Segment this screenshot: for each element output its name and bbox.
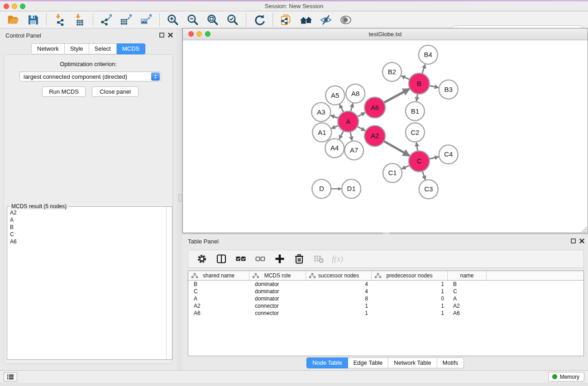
mcds-result-item[interactable]: B (8, 224, 166, 231)
clone-network-icon[interactable] (278, 13, 294, 27)
export-image-icon[interactable] (139, 13, 154, 27)
node-C2[interactable]: C2 (406, 123, 425, 142)
column-header-shared-name[interactable]: shared name (188, 271, 249, 280)
node-A3[interactable]: A3 (311, 103, 330, 122)
node-D1[interactable]: D1 (342, 179, 361, 198)
export-network-icon[interactable] (99, 13, 114, 27)
task-history-button[interactable] (4, 372, 17, 381)
table-row[interactable]: Cdominator41C (188, 288, 583, 295)
edge-B-B3[interactable] (429, 86, 438, 87)
node-A1[interactable]: A1 (312, 123, 331, 142)
edge-A-A4[interactable] (339, 131, 343, 139)
splitter-grabber-vertical[interactable] (178, 194, 182, 202)
tab-network-table[interactable]: Network Table (388, 357, 437, 368)
column-header-name[interactable]: name (448, 271, 487, 280)
node-B1[interactable]: B1 (406, 102, 425, 121)
column-header-successor-nodes[interactable]: successor nodes (306, 271, 372, 280)
node-B4[interactable]: B4 (419, 45, 438, 64)
float-table-panel-icon[interactable] (571, 238, 576, 243)
open-session-icon[interactable] (5, 13, 21, 27)
add-row-icon[interactable] (273, 253, 286, 265)
node-B[interactable]: B (409, 73, 430, 94)
manage-columns-icon[interactable] (215, 253, 228, 265)
tab-style[interactable]: Style (65, 43, 89, 54)
node-D[interactable]: D (312, 179, 331, 198)
edge-A-A8[interactable] (351, 103, 353, 111)
node-B3[interactable]: B3 (439, 80, 458, 99)
zoom-out-icon[interactable] (185, 13, 201, 27)
run-mcds-button[interactable]: Run MCDS (42, 86, 86, 97)
table-row[interactable]: A6connector11A6 (188, 310, 583, 317)
node-A7[interactable]: A7 (344, 141, 363, 160)
node-table[interactable]: shared nameMCDS rolesuccessor nodesprede… (188, 271, 584, 356)
close-panel-button[interactable]: Close panel (92, 86, 139, 97)
mcds-result-item[interactable]: A (8, 216, 166, 224)
select-all-icon[interactable] (234, 253, 247, 265)
close-table-panel-icon[interactable] (579, 238, 584, 243)
edge-A-A2[interactable] (357, 127, 365, 131)
show-panel-icon[interactable] (338, 13, 354, 27)
edge-C-C4[interactable] (429, 157, 439, 159)
zoom-fit-icon[interactable] (205, 13, 220, 27)
node-A6[interactable]: A6 (364, 97, 385, 118)
float-panel-icon[interactable] (159, 33, 164, 38)
export-table-icon[interactable] (119, 13, 134, 27)
tab-node-table[interactable]: Node Table (306, 357, 348, 368)
node-A[interactable]: A (338, 111, 359, 132)
edge-A-A5[interactable] (339, 105, 344, 112)
node-A8[interactable]: A8 (346, 84, 365, 103)
tab-edge-table[interactable]: Edge Table (348, 357, 388, 368)
mcds-result-item[interactable]: C (8, 231, 166, 238)
node-C[interactable]: C (409, 151, 430, 172)
import-table-icon[interactable] (72, 13, 87, 27)
network-window-titlebar[interactable]: testGlobe.txt (183, 29, 588, 40)
deselect-all-icon[interactable] (254, 253, 267, 265)
edge-C-C2[interactable] (416, 143, 418, 151)
save-session-icon[interactable] (25, 13, 41, 27)
table-row[interactable]: Adominator80A (188, 295, 583, 302)
edge-A-A1[interactable] (331, 125, 339, 129)
refresh-icon[interactable] (252, 13, 267, 27)
edge-B-B2[interactable] (402, 76, 410, 80)
hide-panel-icon[interactable] (318, 13, 334, 27)
network-canvas[interactable]: AA1A2A3A4A5A6A7A8BB1B2B3B4CC1C2C3C4DD1 (183, 40, 587, 232)
node-A5[interactable]: A5 (325, 86, 344, 105)
edge-B-B1[interactable] (416, 94, 417, 101)
delete-rows-icon[interactable] (293, 253, 306, 265)
table-settings-icon[interactable] (196, 253, 208, 265)
table-row[interactable]: A2connector11A2 (188, 302, 583, 310)
node-A4[interactable]: A4 (325, 138, 344, 157)
edge-A2-C[interactable] (384, 141, 410, 156)
mcds-result-list[interactable]: A2ABCA6 (8, 209, 166, 359)
home-icon[interactable] (298, 13, 314, 27)
edge-A-A6[interactable] (358, 113, 365, 117)
zoom-in-icon[interactable] (165, 13, 181, 27)
table-row[interactable]: Bdominator41B (188, 281, 583, 288)
tab-select[interactable]: Select (89, 43, 117, 54)
window-resize-grip[interactable] (582, 227, 587, 232)
mcds-result-item[interactable]: A6 (8, 238, 166, 245)
column-header-mcds-role[interactable]: MCDS role (249, 271, 306, 280)
result-scrollbar[interactable] (166, 207, 172, 359)
tab-mcds[interactable]: MCDS (117, 43, 145, 54)
node-C3[interactable]: C3 (419, 180, 438, 199)
node-A2[interactable]: A2 (364, 126, 385, 147)
edge-A-A7[interactable] (350, 132, 352, 140)
zoom-selected-icon[interactable] (225, 13, 240, 27)
node-B2[interactable]: B2 (382, 62, 402, 81)
memory-button[interactable]: Memory (548, 372, 584, 381)
column-header-predecessor-nodes[interactable]: predecessor nodes (372, 271, 448, 280)
edge-C-C1[interactable] (402, 166, 410, 169)
edge-C-C3[interactable] (422, 171, 425, 180)
edge-B-B4[interactable] (422, 64, 425, 73)
edge-A-A3[interactable] (330, 115, 338, 118)
node-C1[interactable]: C1 (383, 163, 402, 182)
tab-network[interactable]: Network (31, 43, 65, 54)
close-panel-icon[interactable] (168, 33, 173, 38)
edge-A6-B[interactable] (384, 89, 409, 102)
import-network-icon[interactable] (52, 13, 67, 27)
criterion-dropdown[interactable]: largest connected component (directed) (19, 71, 161, 81)
node-C4[interactable]: C4 (439, 145, 458, 164)
tab-motifs[interactable]: Motifs (437, 357, 464, 368)
mcds-result-item[interactable]: A2 (8, 209, 166, 216)
